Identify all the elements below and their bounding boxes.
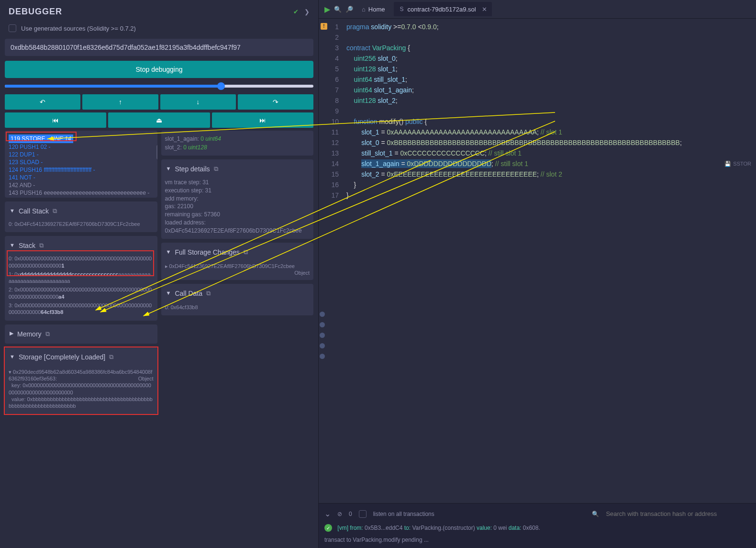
close-icon[interactable]: ✕ bbox=[482, 6, 487, 13]
terminal-panel: ⌄ ⊘ 0 listen on all transactions 🔍 ✓ [vm… bbox=[319, 503, 756, 548]
search-icon[interactable]: 🔍 bbox=[592, 511, 599, 517]
debugger-panel: DEBUGGER ✔ ❯ Use generated sources (Soli… bbox=[0, 0, 318, 548]
copy-icon[interactable]: ⧉ bbox=[244, 248, 248, 256]
opcode-panel: 119 SSTORE - LINE 14120 PUSH1 02 -122 DU… bbox=[5, 131, 157, 198]
terminal-search-input[interactable] bbox=[606, 510, 750, 517]
code-area[interactable]: pragma solidity >=0.7.0 <0.9.0; contract… bbox=[344, 19, 682, 503]
use-generated-checkbox[interactable] bbox=[9, 24, 16, 32]
check-icon[interactable]: ✔ bbox=[293, 8, 299, 15]
stop-debugging-button[interactable]: Stop debugging bbox=[5, 61, 313, 78]
tx-hash-input[interactable]: 0xdbb5848b28801070f1e8326e6d75d7dfa052ae… bbox=[5, 39, 313, 56]
copy-icon[interactable]: ⧉ bbox=[206, 290, 211, 297]
terminal-line: transact to VarPacking.modify pending ..… bbox=[324, 533, 750, 544]
copy-icon[interactable]: ⧉ bbox=[53, 207, 57, 215]
locals-panel: slot_1_again: 0 uint64slot_2: 0 uint128 bbox=[161, 131, 314, 156]
stack-panel: ▼Stack⧉ 0: 0x000000000000000000000000000… bbox=[5, 236, 157, 320]
solidity-icon: Ｓ bbox=[399, 5, 405, 13]
stack-title: Stack bbox=[19, 242, 35, 249]
call-data-title: Call Data bbox=[175, 290, 202, 297]
collapse-icon[interactable]: ▼ bbox=[166, 249, 171, 255]
sstore-indicator: 💾SSTOR bbox=[724, 158, 751, 169]
zoom-out-icon[interactable]: 🔎 bbox=[345, 6, 353, 13]
step-down-button[interactable]: ↓ bbox=[160, 94, 236, 110]
collapse-icon[interactable]: ▼ bbox=[166, 290, 171, 296]
step-details-panel: ▼Step details⧉ vm trace step: 31executio… bbox=[161, 159, 314, 239]
play-icon[interactable]: ▶ bbox=[324, 5, 330, 14]
use-generated-label: Use generated sources (Solidity >= 0.7.2… bbox=[21, 25, 136, 32]
memory-panel: ▶Memory⧉ bbox=[5, 324, 157, 344]
tab-contract-file[interactable]: Ｓcontract-79db5172a9.sol✕ bbox=[394, 2, 492, 16]
code-editor[interactable]: ! 1234567891011121314151617 pragma solid… bbox=[319, 19, 756, 503]
line-gutter: ! 1234567891011121314151617 bbox=[319, 19, 344, 503]
full-storage-panel: ▼Full Storage Changes⧉ ▸ 0xD4Fc541236927… bbox=[161, 243, 314, 280]
step-up-button[interactable]: ↑ bbox=[82, 94, 158, 110]
editor-panel: ▶ 🔍 🔎 ⌂Home Ｓcontract-79db5172a9.sol✕ ! … bbox=[318, 0, 756, 548]
clear-icon[interactable]: ⊘ bbox=[337, 511, 342, 517]
jump-out-button[interactable]: ⏏ bbox=[108, 112, 210, 128]
chevron-right-icon[interactable]: ❯ bbox=[304, 8, 310, 15]
opcode-scrollbar[interactable] bbox=[156, 131, 157, 198]
copy-icon[interactable]: ⧉ bbox=[109, 353, 113, 361]
memory-title: Memory bbox=[17, 330, 42, 338]
pending-count: 0 bbox=[349, 511, 352, 517]
save-icon: 💾 bbox=[724, 158, 731, 169]
step-details-title: Step details bbox=[175, 165, 210, 173]
collapse-icon[interactable]: ▼ bbox=[10, 208, 15, 213]
jump-next-button[interactable]: ⏭ bbox=[212, 112, 313, 128]
expand-icon[interactable]: ▶ bbox=[10, 330, 13, 336]
home-icon: ⌂ bbox=[362, 6, 366, 13]
copy-icon[interactable]: ⧉ bbox=[39, 242, 44, 249]
terminal-collapse-icon[interactable]: ⌄ bbox=[324, 509, 331, 518]
tab-home[interactable]: ⌂Home bbox=[357, 3, 390, 16]
listen-label: listen on all transactions bbox=[373, 511, 434, 517]
storage-title: Storage [Completely Loaded] bbox=[19, 353, 105, 361]
jump-prev-button[interactable]: ⏮ bbox=[5, 112, 106, 128]
step-forward-button[interactable]: ↷ bbox=[238, 94, 313, 110]
listen-checkbox[interactable] bbox=[359, 510, 367, 518]
collapse-icon[interactable]: ▼ bbox=[10, 242, 15, 248]
copy-icon[interactable]: ⧉ bbox=[214, 165, 218, 173]
zoom-in-icon[interactable]: 🔍 bbox=[334, 6, 342, 13]
collapse-icon[interactable]: ▼ bbox=[166, 166, 171, 171]
call-stack-title: Call Stack bbox=[19, 207, 49, 215]
full-storage-title: Full Storage Changes bbox=[175, 248, 239, 256]
step-slider[interactable] bbox=[5, 85, 313, 88]
copy-icon[interactable]: ⧉ bbox=[45, 330, 50, 338]
call-stack-panel: ▼Call Stack⧉ 0: 0xD4Fc541236927E2EAf8F27… bbox=[5, 201, 157, 232]
debugger-title: DEBUGGER bbox=[9, 7, 62, 17]
storage-panel: ▼Storage [Completely Loaded]⧉ ▾ 0x290dec… bbox=[5, 347, 157, 414]
terminal-line[interactable]: ✓ [vm] from: 0x5B3...eddC4 to: VarPackin… bbox=[324, 523, 750, 533]
collapse-icon[interactable]: ▼ bbox=[10, 354, 15, 359]
call-data-panel: ▼Call Data⧉ 0: 0x64cf33b8 bbox=[161, 284, 314, 315]
warning-icon[interactable]: ! bbox=[321, 23, 327, 30]
editor-tabs: ▶ 🔍 🔎 ⌂Home Ｓcontract-79db5172a9.sol✕ bbox=[319, 0, 756, 19]
success-icon: ✓ bbox=[324, 524, 332, 532]
step-back-button[interactable]: ↶ bbox=[5, 94, 80, 110]
